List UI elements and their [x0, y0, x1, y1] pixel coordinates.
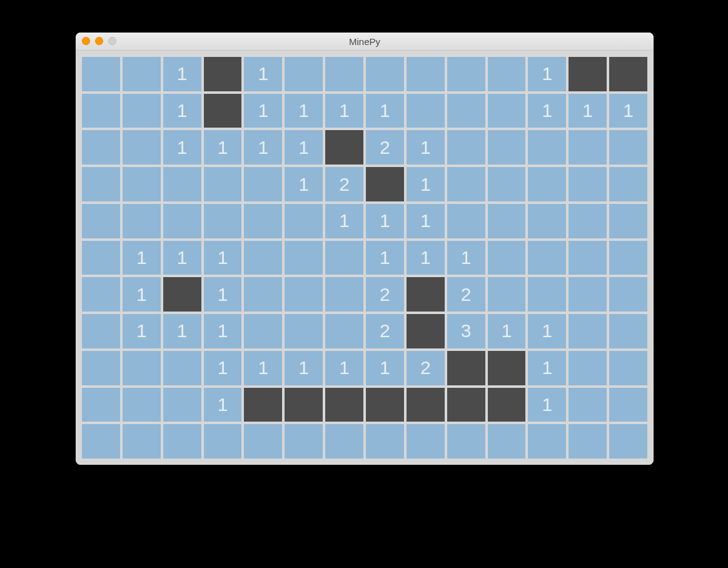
cell-number[interactable]: 1	[407, 130, 445, 165]
cell-empty[interactable]	[82, 130, 120, 165]
cell-empty[interactable]	[163, 167, 201, 201]
cell-empty[interactable]	[528, 424, 566, 459]
cell-closed[interactable]	[204, 57, 242, 91]
cell-empty[interactable]	[325, 424, 363, 459]
cell-number[interactable]: 1	[123, 241, 161, 275]
cell-empty[interactable]	[325, 277, 363, 312]
cell-empty[interactable]	[244, 167, 282, 201]
cell-number[interactable]: 2	[447, 277, 485, 312]
cell-number[interactable]: 1	[447, 241, 485, 275]
cell-number[interactable]: 1	[285, 351, 323, 385]
cell-empty[interactable]	[285, 241, 323, 275]
cell-empty[interactable]	[569, 167, 607, 201]
cell-number[interactable]: 1	[325, 351, 363, 385]
cell-empty[interactable]	[609, 241, 647, 275]
cell-number[interactable]: 1	[163, 130, 201, 165]
cell-closed[interactable]	[366, 388, 404, 422]
cell-empty[interactable]	[82, 277, 120, 312]
cell-number[interactable]: 1	[366, 241, 404, 275]
cell-empty[interactable]	[123, 388, 161, 422]
cell-empty[interactable]	[609, 204, 647, 238]
cell-number[interactable]: 1	[204, 314, 242, 348]
cell-number[interactable]: 1	[204, 351, 242, 385]
cell-empty[interactable]	[569, 424, 607, 459]
cell-empty[interactable]	[488, 424, 526, 459]
cell-empty[interactable]	[244, 424, 282, 459]
cell-empty[interactable]	[569, 204, 607, 238]
cell-empty[interactable]	[447, 204, 485, 238]
cell-closed[interactable]	[609, 57, 647, 91]
cell-empty[interactable]	[123, 57, 161, 91]
cell-empty[interactable]	[163, 204, 201, 238]
cell-empty[interactable]	[447, 167, 485, 201]
cell-empty[interactable]	[204, 424, 242, 459]
cell-closed[interactable]	[366, 167, 404, 201]
cell-empty[interactable]	[447, 57, 485, 91]
cell-empty[interactable]	[609, 167, 647, 201]
cell-closed[interactable]	[407, 388, 445, 422]
cell-number[interactable]: 1	[163, 57, 201, 91]
cell-empty[interactable]	[82, 388, 120, 422]
cell-empty[interactable]	[325, 314, 363, 348]
cell-empty[interactable]	[528, 277, 566, 312]
cell-empty[interactable]	[163, 388, 201, 422]
cell-empty[interactable]	[123, 204, 161, 238]
cell-empty[interactable]	[488, 130, 526, 165]
cell-empty[interactable]	[528, 241, 566, 275]
cell-empty[interactable]	[285, 424, 323, 459]
cell-empty[interactable]	[244, 204, 282, 238]
cell-empty[interactable]	[82, 241, 120, 275]
cell-empty[interactable]	[123, 130, 161, 165]
cell-empty[interactable]	[609, 277, 647, 312]
cell-empty[interactable]	[569, 130, 607, 165]
cell-empty[interactable]	[204, 204, 242, 238]
cell-empty[interactable]	[447, 94, 485, 128]
cell-empty[interactable]	[488, 241, 526, 275]
cell-empty[interactable]	[488, 94, 526, 128]
cell-empty[interactable]	[447, 130, 485, 165]
cell-empty[interactable]	[285, 277, 323, 312]
cell-closed[interactable]	[488, 388, 526, 422]
cell-number[interactable]: 2	[366, 130, 404, 165]
close-window-button[interactable]	[82, 37, 90, 45]
cell-number[interactable]: 1	[528, 57, 566, 91]
cell-number[interactable]: 1	[163, 94, 201, 128]
cell-number[interactable]: 2	[407, 351, 445, 385]
cell-number[interactable]: 1	[407, 167, 445, 201]
cell-number[interactable]: 1	[204, 388, 242, 422]
cell-empty[interactable]	[123, 351, 161, 385]
cell-number[interactable]: 2	[366, 277, 404, 312]
cell-closed[interactable]	[204, 94, 242, 128]
cell-empty[interactable]	[609, 130, 647, 165]
cell-empty[interactable]	[569, 388, 607, 422]
cell-closed[interactable]	[325, 388, 363, 422]
cell-empty[interactable]	[285, 314, 323, 348]
cell-empty[interactable]	[447, 424, 485, 459]
cell-empty[interactable]	[285, 57, 323, 91]
minimize-window-button[interactable]	[95, 37, 103, 45]
cell-closed[interactable]	[447, 351, 485, 385]
cell-number[interactable]: 1	[123, 277, 161, 312]
cell-closed[interactable]	[325, 130, 363, 165]
cell-closed[interactable]	[488, 351, 526, 385]
cell-number[interactable]: 2	[325, 167, 363, 201]
cell-empty[interactable]	[244, 241, 282, 275]
cell-empty[interactable]	[325, 57, 363, 91]
cell-empty[interactable]	[82, 167, 120, 201]
cell-number[interactable]: 1	[163, 241, 201, 275]
cell-number[interactable]: 1	[407, 241, 445, 275]
cell-empty[interactable]	[244, 277, 282, 312]
cell-number[interactable]: 1	[244, 351, 282, 385]
cell-empty[interactable]	[609, 351, 647, 385]
cell-empty[interactable]	[569, 314, 607, 348]
cell-closed[interactable]	[407, 277, 445, 312]
cell-number[interactable]: 1	[325, 204, 363, 238]
cell-empty[interactable]	[488, 167, 526, 201]
cell-number[interactable]: 1	[285, 167, 323, 201]
cell-empty[interactable]	[609, 424, 647, 459]
cell-empty[interactable]	[123, 424, 161, 459]
cell-number[interactable]: 1	[528, 94, 566, 128]
cell-number[interactable]: 3	[447, 314, 485, 348]
cell-empty[interactable]	[609, 314, 647, 348]
cell-number[interactable]: 1	[244, 57, 282, 91]
